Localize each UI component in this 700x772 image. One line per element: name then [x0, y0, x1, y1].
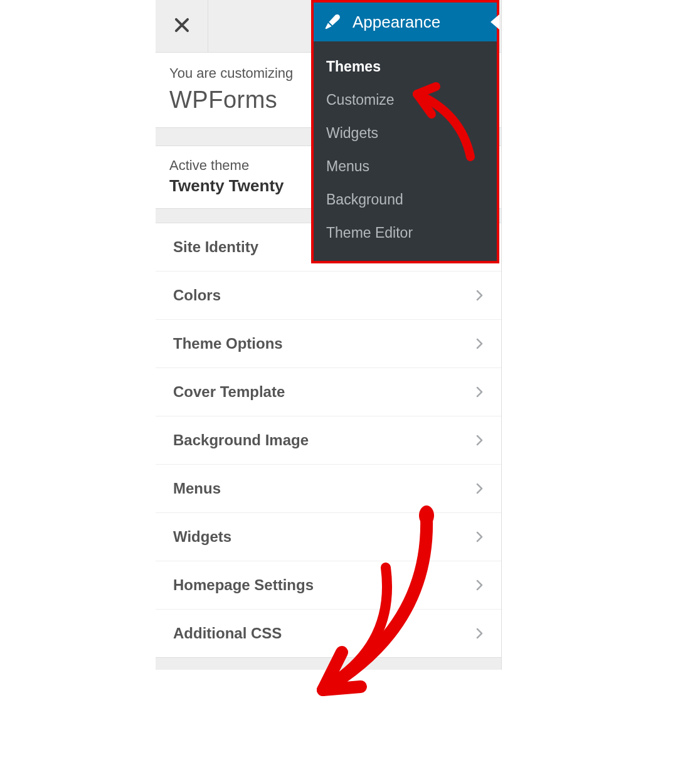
chevron-right-icon — [474, 434, 486, 447]
submenu-item-menus[interactable]: Menus — [314, 150, 497, 183]
submenu-item-themes[interactable]: Themes — [314, 50, 497, 83]
section-label: Menus — [173, 480, 221, 497]
close-icon — [174, 17, 190, 36]
section-theme-options[interactable]: Theme Options — [156, 319, 501, 367]
section-label: Homepage Settings — [173, 576, 314, 594]
section-menus[interactable]: Menus — [156, 464, 501, 512]
appearance-menu-header[interactable]: Appearance — [314, 3, 497, 41]
section-label: Theme Options — [173, 335, 283, 352]
chevron-right-icon — [474, 579, 486, 591]
chevron-right-icon — [474, 289, 486, 302]
section-label: Background Image — [173, 431, 309, 449]
chevron-right-icon — [474, 337, 486, 350]
submenu-item-background[interactable]: Background — [314, 183, 497, 216]
section-background-image[interactable]: Background Image — [156, 416, 501, 464]
submenu-item-widgets[interactable]: Widgets — [314, 117, 497, 150]
section-label: Widgets — [173, 528, 231, 546]
section-colors[interactable]: Colors — [156, 271, 501, 319]
appearance-title: Appearance — [353, 13, 440, 32]
chevron-right-icon — [474, 386, 486, 398]
divider — [156, 657, 501, 670]
section-label: Additional CSS — [173, 625, 282, 642]
section-widgets[interactable]: Widgets — [156, 512, 501, 561]
paintbrush-icon — [324, 13, 341, 31]
customizer-section-list: Site IdentityColorsTheme OptionsCover Te… — [156, 223, 501, 657]
submenu-item-theme-editor[interactable]: Theme Editor — [314, 216, 497, 250]
close-button[interactable] — [156, 0, 208, 53]
section-label: Colors — [173, 287, 221, 304]
chevron-right-icon — [474, 627, 486, 640]
section-label: Site Identity — [173, 238, 258, 256]
section-label: Cover Template — [173, 383, 285, 401]
chevron-right-icon — [474, 531, 486, 543]
pointer-icon — [491, 14, 499, 29]
submenu-item-customize[interactable]: Customize — [314, 83, 497, 117]
appearance-submenu: Appearance ThemesCustomizeWidgetsMenusBa… — [311, 0, 499, 263]
section-cover-template[interactable]: Cover Template — [156, 367, 501, 416]
section-homepage-settings[interactable]: Homepage Settings — [156, 561, 501, 609]
chevron-right-icon — [474, 482, 486, 495]
section-additional-css[interactable]: Additional CSS — [156, 609, 501, 657]
appearance-submenu-list: ThemesCustomizeWidgetsMenusBackgroundThe… — [314, 41, 497, 261]
